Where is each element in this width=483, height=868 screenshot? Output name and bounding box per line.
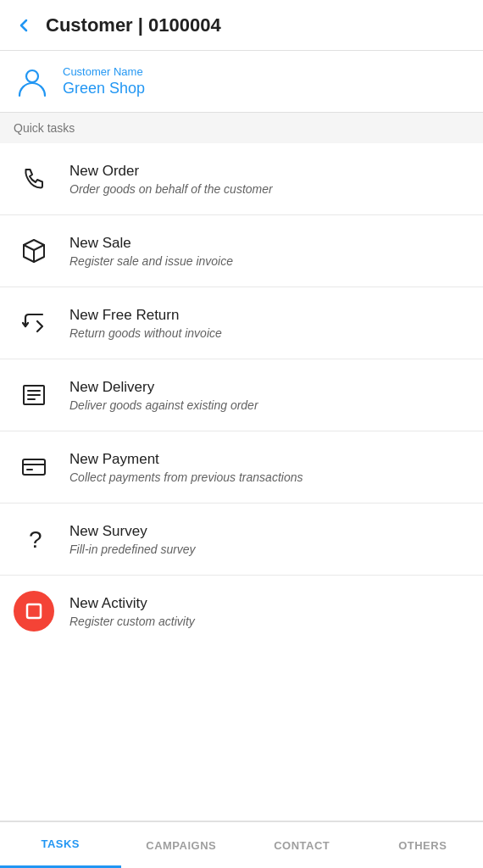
task-description: Register custom activity (69, 615, 195, 628)
customer-name: Green Shop (63, 80, 145, 97)
task-description: Collect payments from previous transacti… (69, 470, 303, 484)
task-item-new-order[interactable]: New Order Order goods on behalf of the c… (0, 143, 483, 215)
task-title: New Delivery (69, 379, 258, 396)
box-icon (14, 231, 54, 271)
activity-icon (14, 591, 54, 632)
task-description: Fill-in predefined survey (69, 542, 196, 556)
payment-icon (14, 447, 54, 487)
task-text-new-delivery: New Delivery Deliver goods against exist… (69, 379, 258, 412)
back-button[interactable] (14, 15, 34, 36)
task-text-new-activity: New Activity Register custom activity (69, 595, 195, 628)
nav-item-tasks[interactable]: TASKS (0, 822, 121, 868)
phone-icon (14, 159, 54, 199)
svg-point-0 (26, 70, 38, 82)
task-item-new-payment[interactable]: New Payment Collect payments from previo… (0, 431, 483, 504)
svg-text:?: ? (29, 526, 42, 553)
customer-info-bar: Customer Name Green Shop (0, 51, 483, 113)
svg-rect-10 (27, 604, 41, 618)
nav-item-campaigns[interactable]: CAMPAIGNS (121, 822, 242, 868)
task-description: Register sale and issue invoice (69, 254, 233, 268)
customer-details: Customer Name Green Shop (63, 65, 145, 97)
header-title: Customer | 0100004 (46, 14, 221, 36)
svg-rect-6 (23, 459, 45, 475)
quick-tasks-header: Quick tasks (0, 113, 483, 143)
task-title: New Order (69, 163, 273, 180)
nav-item-others[interactable]: OTHERS (363, 822, 484, 868)
task-title: New Survey (69, 523, 196, 540)
nav-item-contact[interactable]: CONTACT (242, 822, 363, 868)
question-icon: ? (14, 519, 54, 559)
task-description: Order goods on behalf of the customer (69, 182, 273, 196)
task-item-new-free-return[interactable]: New Free Return Return goods without inv… (0, 287, 483, 359)
task-text-new-payment: New Payment Collect payments from previo… (69, 451, 303, 484)
bottom-navigation: TASKS CAMPAIGNS CONTACT OTHERS (0, 821, 483, 868)
task-title: New Free Return (69, 307, 222, 324)
task-item-new-sale[interactable]: New Sale Register sale and issue invoice (0, 215, 483, 287)
task-description: Return goods without invoice (69, 326, 222, 340)
task-text-new-survey: New Survey Fill-in predefined survey (69, 523, 196, 556)
task-list: New Order Order goods on behalf of the c… (0, 143, 483, 647)
header: Customer | 0100004 (0, 0, 483, 51)
customer-label: Customer Name (63, 65, 145, 78)
task-text-new-free-return: New Free Return Return goods without inv… (69, 307, 222, 340)
task-text-new-order: New Order Order goods on behalf of the c… (69, 163, 273, 196)
task-item-new-survey[interactable]: ? New Survey Fill-in predefined survey (0, 504, 483, 576)
task-title: New Payment (69, 451, 303, 468)
task-description: Deliver goods against existing order (69, 398, 258, 412)
task-item-new-activity[interactable]: New Activity Register custom activity (0, 576, 483, 647)
task-title: New Sale (69, 235, 233, 252)
task-text-new-sale: New Sale Register sale and issue invoice (69, 235, 233, 268)
task-title: New Activity (69, 595, 195, 612)
return-icon (14, 303, 54, 343)
avatar (14, 63, 51, 100)
delivery-icon (14, 375, 54, 415)
task-item-new-delivery[interactable]: New Delivery Deliver goods against exist… (0, 359, 483, 431)
